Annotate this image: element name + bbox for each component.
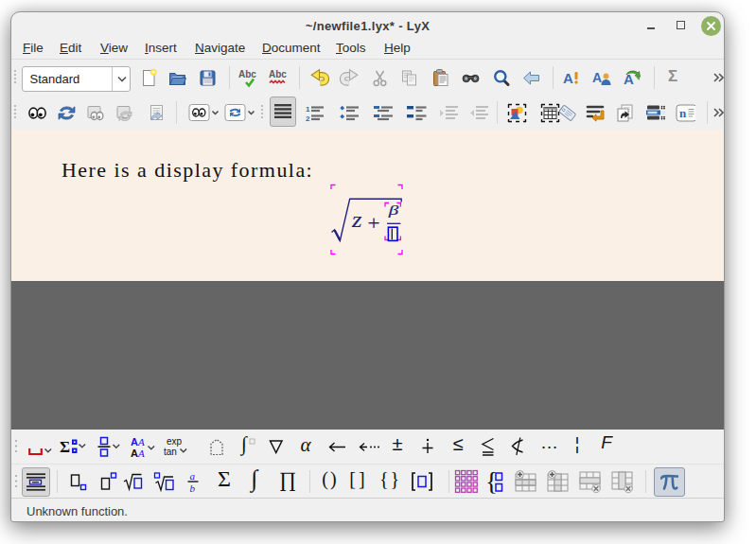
svg-text:a: a — [190, 470, 196, 482]
svg-text:tan: tan — [164, 447, 177, 457]
svg-text:A: A — [592, 70, 602, 85]
svg-text:Abc: Abc — [238, 69, 256, 79]
svg-text:2: 2 — [306, 114, 310, 123]
svg-text:A: A — [131, 447, 138, 459]
svg-text:1: 1 — [306, 105, 310, 114]
svg-text:Σ: Σ — [60, 438, 70, 456]
svg-text:A: A — [137, 436, 145, 447]
svg-text:β: β — [387, 202, 399, 218]
svg-text:A: A — [137, 447, 145, 459]
svg-text:n: n — [679, 106, 687, 120]
svg-text:A: A — [563, 70, 573, 86]
svg-text:Abc: Abc — [269, 69, 287, 79]
svg-text:exp: exp — [167, 436, 183, 447]
svg-text:b: b — [190, 483, 196, 494]
svg-text:+: + — [368, 212, 380, 235]
svg-text:z: z — [351, 207, 362, 232]
svg-text:A: A — [131, 436, 138, 447]
